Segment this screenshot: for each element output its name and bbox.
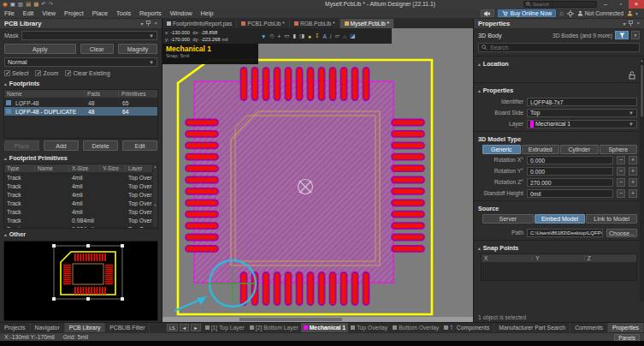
pad[interactable]: [392, 142, 424, 148]
choose-button[interactable]: Choose...: [606, 229, 637, 237]
menu-item[interactable]: Window: [166, 9, 197, 19]
document-tab[interactable]: Myself.PcbLib *: [340, 19, 394, 28]
primitive-row[interactable]: Track 4mil Top Over...: [4, 199, 157, 207]
layer-sets-button[interactable]: LS: [167, 324, 178, 331]
pad[interactable]: [392, 223, 424, 229]
primitive-row[interactable]: Track 4mil Top Over...: [4, 182, 157, 190]
option-checkbox[interactable]: Zoom: [35, 70, 58, 76]
footprint-preview[interactable]: [3, 241, 158, 321]
decrement-button[interactable]: −: [617, 178, 625, 187]
panels-button[interactable]: Panels: [614, 334, 640, 341]
footprint-action-button[interactable]: Place: [4, 140, 39, 151]
global-search[interactable]: [523, 1, 597, 8]
pad[interactable]: [392, 200, 424, 206]
panel-tab[interactable]: Properties: [608, 323, 644, 332]
panel-tab[interactable]: Navigator: [31, 323, 65, 332]
panel-dropdown-icon[interactable]: ▾: [140, 21, 143, 27]
increment-button[interactable]: +: [629, 156, 637, 164]
pad[interactable]: [319, 68, 325, 100]
rotation-field[interactable]: 0.000: [527, 156, 613, 164]
pad[interactable]: [186, 246, 218, 252]
quick-access-icon[interactable]: ↶: [41, 0, 45, 9]
pad[interactable]: [308, 68, 314, 100]
panel-tab[interactable]: Comments: [570, 323, 608, 332]
footprint-action-button[interactable]: Delete: [83, 140, 118, 151]
quick-access-icon[interactable]: ◉: [3, 0, 8, 9]
connection-status[interactable]: Not Connected: [577, 10, 623, 16]
quick-access-icon[interactable]: ▦: [33, 0, 38, 9]
footprint-row[interactable]: LQFP-48 48 65: [4, 98, 157, 107]
pad[interactable]: [392, 177, 424, 183]
magnify-button[interactable]: Magnify: [118, 44, 157, 54]
pad[interactable]: [241, 68, 247, 100]
increment-button[interactable]: +: [629, 167, 637, 176]
toolbar-icon[interactable]: ∩: [343, 33, 347, 39]
source-option[interactable]: Link to Model: [586, 214, 637, 224]
pin-icon[interactable]: [146, 21, 151, 27]
toolbar-icon[interactable]: ◪: [350, 33, 355, 39]
menu-item[interactable]: Help: [197, 9, 218, 19]
quick-access-icon[interactable]: ▤: [26, 0, 31, 9]
pad[interactable]: [186, 212, 218, 218]
primitive-row[interactable]: Track 0.984mil Top Over...: [4, 224, 157, 228]
pad[interactable]: [392, 188, 424, 194]
footprints-section-header[interactable]: ▴Footprints: [0, 78, 162, 89]
footprint-row[interactable]: LQFP-48 - DUPLICATE 48 64: [4, 107, 157, 116]
panel-tab[interactable]: Projects: [0, 323, 31, 332]
pad[interactable]: [241, 272, 247, 305]
primitives-table-header[interactable]: Type Name X-Size Y-Size Layer: [4, 164, 157, 173]
pad[interactable]: [363, 68, 369, 100]
apply-button[interactable]: Apply: [4, 44, 76, 54]
toolbar-icon[interactable]: ↧: [315, 33, 319, 39]
filter-dropdown[interactable]: ▼: [631, 31, 640, 39]
menu-item[interactable]: Reports: [135, 9, 166, 19]
settings-gear-icon[interactable]: [567, 10, 574, 17]
decrement-button[interactable]: −: [617, 167, 625, 176]
quick-access-icon[interactable]: ▥: [18, 0, 23, 9]
panel-dropdown-icon[interactable]: ▾: [623, 21, 625, 27]
close-button[interactable]: ×: [629, 0, 644, 9]
quick-access-icon[interactable]: ▣: [10, 0, 15, 9]
menu-item[interactable]: Tools: [112, 9, 135, 19]
pad[interactable]: [186, 235, 218, 241]
source-option[interactable]: Server: [482, 214, 534, 224]
toolbar-icon[interactable]: /: [330, 33, 332, 39]
toolbar-icon[interactable]: ●: [308, 33, 311, 39]
document-tab[interactable]: RGB.PcbLib *: [290, 19, 340, 28]
option-checkbox[interactable]: Select: [4, 70, 28, 76]
account-menu[interactable]: ▼: [627, 10, 639, 16]
menu-item[interactable]: View: [38, 9, 60, 19]
properties-section-header[interactable]: ▴Properties: [474, 85, 644, 96]
pad[interactable]: [392, 246, 424, 252]
properties-search[interactable]: [478, 43, 640, 52]
pcb-editor-canvas[interactable]: x: -130.000 dx: -28.898 y: -170.000 dy: …: [162, 28, 473, 322]
rotation-field[interactable]: 0mil: [527, 189, 613, 198]
mask-combo[interactable]: ▼: [21, 31, 157, 40]
pin-icon[interactable]: [629, 21, 633, 27]
home-icon[interactable]: ⌂: [559, 9, 564, 17]
scrollbar-thumb[interactable]: [239, 318, 342, 321]
clear-button[interactable]: Clear: [80, 44, 114, 54]
lock-icon[interactable]: [629, 71, 635, 80]
identifier-field[interactable]: LQFP48-7x7: [527, 98, 637, 106]
toolbar-icon[interactable]: ▼: [261, 33, 266, 39]
pad[interactable]: [341, 68, 347, 100]
panel-tab[interactable]: PCB Library: [65, 323, 106, 332]
snap-table-body[interactable]: [482, 263, 636, 280]
model-type-option[interactable]: Extruded: [522, 145, 560, 154]
pad[interactable]: [275, 68, 281, 100]
footprints-table-header[interactable]: Name Pads Primitives: [4, 90, 157, 98]
pad[interactable]: [352, 272, 358, 305]
primitive-row[interactable]: Track 0.984mil Top Over...: [4, 216, 157, 224]
option-checkbox[interactable]: Clear Existing: [65, 70, 109, 76]
pad[interactable]: [186, 131, 218, 137]
pad[interactable]: [263, 68, 269, 100]
whats-new-button[interactable]: [481, 9, 494, 17]
decrement-button[interactable]: −: [617, 156, 625, 164]
pad[interactable]: [263, 272, 269, 305]
pad[interactable]: [297, 68, 303, 100]
layer-tab[interactable]: Bottom Overlay: [390, 323, 441, 332]
pad[interactable]: [341, 272, 347, 305]
pad[interactable]: [392, 165, 424, 171]
pad[interactable]: [392, 131, 424, 137]
